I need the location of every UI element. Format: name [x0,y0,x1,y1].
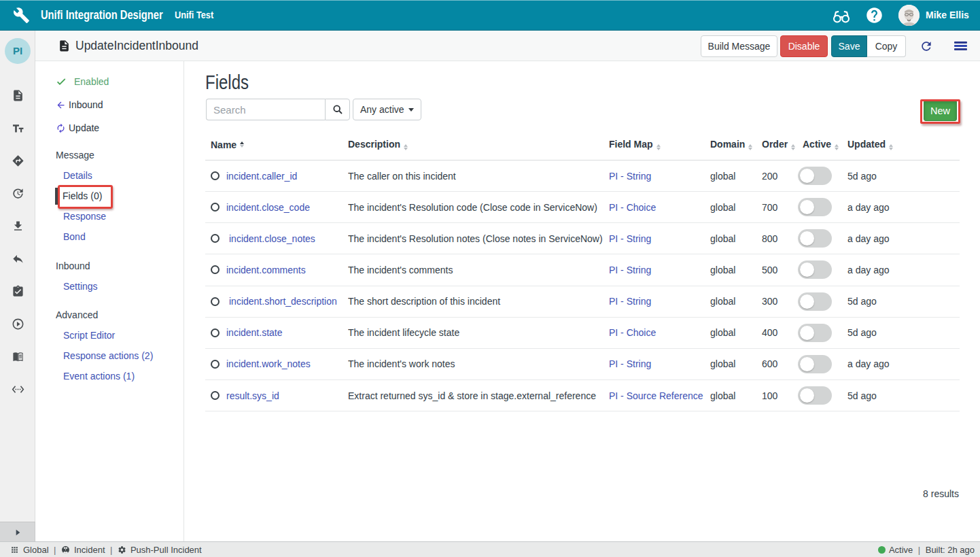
copy-button[interactable]: Copy [867,35,906,57]
rail-icon-code[interactable] [0,373,35,405]
field-order: 500 [762,265,803,275]
active-toggle[interactable] [798,324,832,342]
user-name[interactable]: Mike Ellis [926,0,969,31]
record-radio-icon[interactable] [211,234,220,243]
field-name-link[interactable]: incident.work_notes [226,358,311,369]
column-header-domain[interactable]: Domain [710,139,762,151]
sidebar-item-details[interactable]: Details [63,170,92,181]
record-radio-icon[interactable] [211,203,220,212]
build-message-button[interactable]: Build Message [701,35,777,57]
gear-icon [118,545,126,554]
field-map-link[interactable]: PI - String [609,358,651,369]
active-toggle[interactable] [798,198,832,216]
active-toggle[interactable] [798,355,832,373]
field-name-link[interactable]: incident.comments [226,265,306,275]
column-header-field-map[interactable]: Field Map [609,139,710,151]
sidebar-item-update-action[interactable]: Update [56,120,99,136]
field-map-link[interactable]: PI - String [609,296,651,307]
record-radio-icon[interactable] [211,297,220,306]
menu-icon[interactable] [954,41,967,51]
sidebar-item-label: Update [69,122,99,133]
record-radio-icon[interactable] [211,391,220,400]
sidebar-item-event-actions-1[interactable]: Event actions (1) [63,371,135,382]
field-domain: global [710,202,762,213]
table-row: incident.caller_idThe caller on this inc… [205,161,960,192]
field-order: 700 [762,202,803,213]
sidebar-item-enabled[interactable]: Enabled [56,73,109,90]
field-map-link[interactable]: PI - String [609,171,651,182]
record-radio-icon[interactable] [211,360,220,369]
column-header-description[interactable]: Description [348,139,609,151]
rail-icon-play-circle[interactable] [0,307,35,340]
statusbar-item-push-pull-incident[interactable]: Push-Pull Incident [118,545,202,555]
table-row: result.sys_idExtract returned sys_id & s… [205,380,960,411]
record-radio-icon[interactable] [211,171,220,180]
sort-arrows-icon [748,144,752,151]
column-header-name[interactable]: Name [205,139,348,150]
field-name-link[interactable]: incident.caller_id [226,171,297,182]
active-toggle[interactable] [798,386,832,405]
column-header-active[interactable]: Active [803,139,847,151]
record-title: UpdateIncidentInbound [75,31,198,61]
glasses-icon[interactable] [831,5,852,26]
workspace-name[interactable]: Unifi Test [175,0,213,31]
record-radio-icon[interactable] [211,328,220,337]
user-avatar[interactable] [898,5,920,26]
active-toggle[interactable] [798,260,832,279]
wrench-icon [13,7,30,24]
sidebar-item-fields-0[interactable]: Fields (0) [63,190,102,201]
sidebar-item-response-actions-2[interactable]: Response actions (2) [63,350,153,361]
refresh-icon[interactable] [920,39,933,53]
sidebar-item-response[interactable]: Response [63,211,106,222]
column-header-updated[interactable]: Updated [847,139,960,151]
sidebar-expand-button[interactable] [0,522,35,541]
main-content: Fields Any active New NameDescriptionFie… [185,61,980,541]
new-button[interactable]: New [924,100,957,121]
field-order: 800 [762,233,803,244]
disable-button[interactable]: Disable [780,35,828,57]
active-filter-dropdown[interactable]: Any active [353,99,421,120]
rail-icon-reply[interactable] [0,242,35,275]
field-name-link[interactable]: incident.close_code [226,202,310,213]
field-domain: global [710,265,762,275]
search-input[interactable] [206,99,325,120]
column-header-order[interactable]: Order [762,139,803,151]
help-icon[interactable] [865,6,883,24]
rail-avatar[interactable]: PI [5,38,31,64]
active-toggle[interactable] [798,167,832,185]
rail-icon-text[interactable] [0,112,35,144]
field-map-link[interactable]: PI - String [609,233,651,244]
rail-icon-directions[interactable] [0,144,35,177]
field-domain: global [710,233,762,244]
book-icon [12,350,24,363]
rail-icon-book[interactable] [0,340,35,373]
field-name-link[interactable]: result.sys_id [226,390,279,401]
field-map-link[interactable]: PI - Source Reference [609,390,703,401]
sort-arrows-icon [791,144,795,151]
field-name-link[interactable]: incident.short_description [229,296,337,307]
rail-icon-download[interactable] [0,209,35,242]
field-map-link[interactable]: PI - String [609,265,651,275]
statusbar-item-global[interactable]: Global [10,545,49,555]
field-name-link[interactable]: incident.state [226,327,283,338]
save-button[interactable]: Save [831,35,867,57]
field-map-link[interactable]: PI - Choice [609,327,656,338]
separator: | [54,545,56,555]
rail-icon-document[interactable] [0,79,35,112]
rail-icon-task-check[interactable] [0,275,35,307]
search-button[interactable] [325,99,350,120]
caret-right-icon [16,529,20,536]
active-toggle[interactable] [798,229,832,248]
field-description: The incident's work notes [348,358,609,369]
active-toggle[interactable] [798,292,832,311]
field-name-link[interactable]: incident.close_notes [229,233,315,244]
sidebar: Enabled Inbound Update MessageDetailsFie… [35,61,184,541]
rail-icon-update[interactable] [0,177,35,209]
sidebar-item-script-editor[interactable]: Script Editor [63,330,115,341]
sidebar-item-bond[interactable]: Bond [63,231,86,242]
field-map-link[interactable]: PI - Choice [609,202,656,213]
record-radio-icon[interactable] [211,265,220,274]
sidebar-item-inbound-direction[interactable]: Inbound [56,97,103,113]
statusbar-item-incident[interactable]: Incident [61,545,105,555]
sidebar-item-settings[interactable]: Settings [63,281,98,292]
